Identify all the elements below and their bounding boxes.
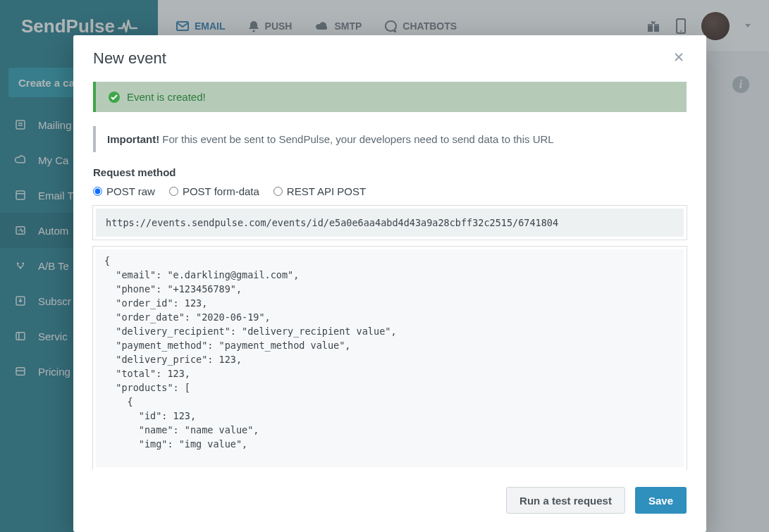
endpoint-url[interactable]: https://events.sendpulse.com/events/id/e…: [93, 206, 687, 240]
modal-new-event: New event Event is created! Important! F…: [73, 35, 706, 532]
alert-important-text: For this event be sent to SendPulse, you…: [159, 133, 554, 145]
radio-post-form-data[interactable]: POST form-data: [169, 185, 259, 197]
modal-overlay: New event Event is created! Important! F…: [0, 0, 769, 532]
save-button[interactable]: Save: [635, 487, 687, 514]
radio-label: POST raw: [106, 185, 155, 197]
request-method-label: Request method: [93, 166, 687, 178]
modal-footer: Run a test request Save: [73, 470, 706, 532]
radio-label: POST form-data: [183, 185, 259, 197]
alert-success-text: Event is created!: [127, 91, 206, 103]
modal-title: New event: [93, 49, 166, 68]
radio-rest-api-input[interactable]: [273, 187, 283, 196]
close-icon[interactable]: [671, 49, 687, 65]
radio-post-form-input[interactable]: [169, 187, 178, 196]
run-test-request-button[interactable]: Run a test request: [506, 487, 625, 514]
alert-success: Event is created!: [93, 82, 687, 112]
request-method-radios: POST raw POST form-data REST API POST: [93, 185, 687, 197]
alert-important-label: Important!: [107, 133, 159, 145]
radio-rest-api-post[interactable]: REST API POST: [273, 185, 366, 197]
payload-container: [93, 247, 687, 470]
radio-label: REST API POST: [287, 185, 366, 197]
payload-textarea[interactable]: [96, 249, 684, 467]
check-icon: [109, 92, 120, 103]
radio-post-raw-input[interactable]: [93, 187, 102, 196]
alert-important: Important! For this event be sent to Sen…: [93, 126, 687, 152]
radio-post-raw[interactable]: POST raw: [93, 185, 155, 197]
